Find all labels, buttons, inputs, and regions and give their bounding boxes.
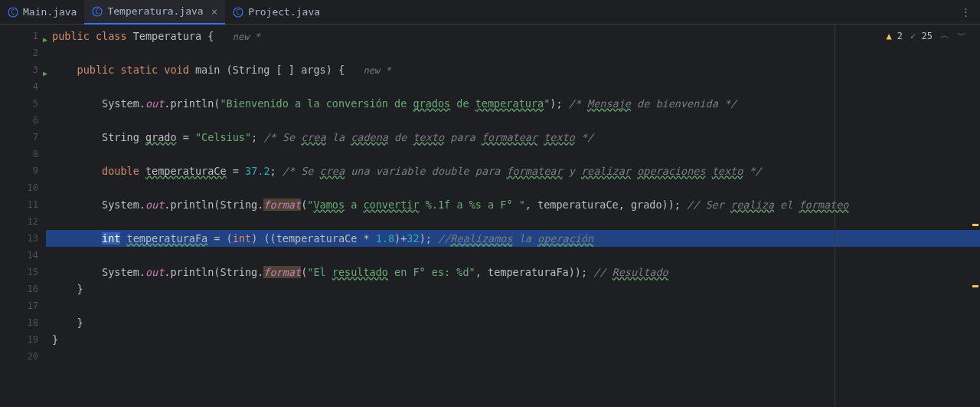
editor-tabs: C Main.java C Temperatura.java × C Proje… <box>0 0 980 25</box>
line-number: 4 <box>0 78 46 95</box>
warning-mark[interactable] <box>972 224 978 226</box>
line-gutter: 1▶23▶4567891011121314151617181920 <box>0 25 46 407</box>
code-line[interactable]: System.out.println(String.format("Vamos … <box>46 196 980 213</box>
inspections-widget[interactable]: ▲ 2 ✓ 25 ︿ ﹀ <box>886 29 966 42</box>
tab-label: Project.java <box>248 6 320 18</box>
code-line[interactable]: public class Temperatura { new * <box>46 28 980 44</box>
line-number: 9 <box>0 162 46 179</box>
code-line[interactable] <box>46 179 980 196</box>
line-number: 13 <box>0 230 46 247</box>
code-line[interactable]: } <box>46 331 980 348</box>
line-number: 11 <box>0 196 46 213</box>
code-line[interactable] <box>46 78 980 95</box>
code-area[interactable]: ▲ 2 ✓ 25 ︿ ﹀ public class Temperatura { … <box>46 25 980 407</box>
more-tabs-icon[interactable]: ⋮ <box>952 6 980 18</box>
line-number: 7 <box>0 129 46 146</box>
warning-indicator[interactable]: ▲ 2 <box>886 31 903 41</box>
line-number: 3▶ <box>0 61 46 78</box>
error-stripe[interactable] <box>971 25 980 407</box>
tab-label: Main.java <box>23 6 77 18</box>
code-line[interactable] <box>46 348 980 365</box>
code-line[interactable] <box>46 44 980 61</box>
line-number: 8 <box>0 146 46 162</box>
code-line[interactable] <box>46 213 980 230</box>
code-line[interactable]: } <box>46 281 980 297</box>
line-number: 19 <box>0 331 46 348</box>
line-number: 14 <box>0 247 46 264</box>
line-number: 12 <box>0 213 46 230</box>
tab-project[interactable]: C Project.java <box>225 0 328 25</box>
code-line[interactable]: public static void main (String [ ] args… <box>46 61 980 78</box>
java-class-icon: C <box>233 7 243 18</box>
code-line[interactable]: } <box>46 314 980 331</box>
svg-text:C: C <box>96 8 100 15</box>
tab-label: Temperatura.java <box>107 5 203 17</box>
line-number: 15 <box>0 264 46 281</box>
java-class-icon: C <box>8 7 18 18</box>
line-number: 17 <box>0 297 46 314</box>
chevron-down-icon[interactable]: ﹀ <box>957 29 966 42</box>
line-number: 18 <box>0 314 46 331</box>
line-number: 5 <box>0 95 46 112</box>
right-margin-guide <box>835 25 835 407</box>
java-class-icon: C <box>92 6 103 17</box>
line-number: 16 <box>0 281 46 297</box>
code-line[interactable]: double temperaturaCe = 37.2; /* Se crea … <box>46 162 980 179</box>
tab-main[interactable]: C Main.java <box>0 0 84 25</box>
warning-mark[interactable] <box>972 285 978 287</box>
code-line[interactable] <box>46 146 980 162</box>
close-icon[interactable]: × <box>211 5 217 18</box>
code-editor[interactable]: 1▶23▶4567891011121314151617181920 ▲ 2 ✓ … <box>0 25 980 407</box>
code-line[interactable] <box>46 297 980 314</box>
svg-text:C: C <box>237 9 240 16</box>
chevron-up-icon[interactable]: ︿ <box>940 29 949 42</box>
code-line[interactable]: int temperaturaFa = (int) ((temperaturaC… <box>46 230 980 247</box>
code-line[interactable]: String grado = "Celsius"; /* Se crea la … <box>46 129 980 146</box>
line-number: 1▶ <box>0 28 46 44</box>
code-line[interactable]: System.out.println("Bienvenido a la conv… <box>46 95 980 112</box>
code-line[interactable] <box>46 247 980 264</box>
line-number: 6 <box>0 112 46 129</box>
svg-text:C: C <box>11 9 15 16</box>
ok-indicator[interactable]: ✓ 25 <box>910 31 933 41</box>
line-number: 2 <box>0 44 46 61</box>
line-number: 10 <box>0 179 46 196</box>
tab-temperatura[interactable]: C Temperatura.java × <box>84 0 225 25</box>
code-line[interactable]: System.out.println(String.format("El res… <box>46 264 980 281</box>
code-line[interactable] <box>46 112 980 129</box>
line-number: 20 <box>0 348 46 365</box>
